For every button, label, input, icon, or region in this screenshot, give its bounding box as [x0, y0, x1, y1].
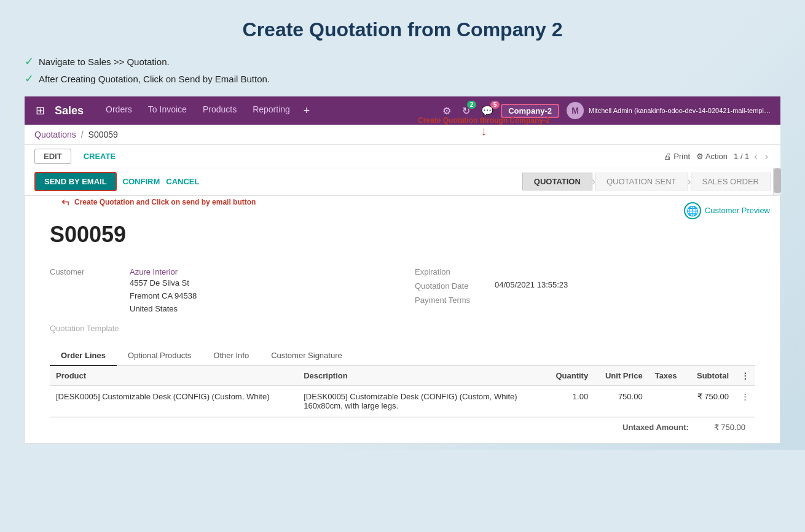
nav-link-products[interactable]: Products — [195, 102, 244, 120]
status-steps: QUOTATION › QUOTATION SENT › SALES ORDER — [522, 173, 771, 190]
status-bar: SEND BY EMAIL CONFIRM CANCEL QUOTATION ›… — [25, 168, 780, 195]
row-description: [DESK0005] Customizable Desk (CONFIG) (C… — [297, 386, 545, 417]
expiration-label: Expiration — [415, 266, 495, 276]
payment-terms-field: Payment Terms — [415, 294, 755, 305]
nav-username: Mitchell Admin (kanakinfo-odoo-dev-14-02… — [589, 107, 773, 114]
breadcrumb-parent[interactable]: Quotations — [34, 130, 76, 139]
nav-link-reporting[interactable]: Reporting — [245, 102, 297, 120]
check-icon-2: ✓ — [25, 72, 34, 85]
check-icon-1: ✓ — [25, 55, 34, 68]
refresh-badge: 2 — [467, 101, 477, 109]
navbar: ⊞ Sales Orders To Invoice Products Repor… — [25, 96, 780, 125]
apps-icon[interactable]: ⊞ — [32, 101, 49, 120]
document-number: S00059 — [50, 222, 755, 248]
tab-optional-products[interactable]: Optional Products — [117, 346, 202, 366]
edit-button[interactable]: EDIT — [34, 149, 71, 164]
nav-plus-icon[interactable]: + — [299, 102, 315, 120]
document-fields: Customer Azure Interior 4557 De Silva St… — [50, 266, 755, 334]
next-page-button[interactable]: › — [763, 151, 771, 162]
untaxed-value: ₹ 750.00 — [696, 423, 745, 432]
order-table: Product Description Quantity Unit Price … — [50, 366, 755, 417]
col-unit-price: Unit Price — [594, 366, 649, 386]
quotation-date-value: 04/05/2021 13:55:23 — [495, 280, 568, 289]
pagination-text: 1 / 1 — [734, 152, 749, 161]
page-title: Create Quotation from Company 2 — [25, 18, 780, 41]
nav-user[interactable]: M Mitchell Admin (kanakinfo-odoo-dev-14-… — [567, 102, 773, 119]
scrollbar-track — [773, 168, 780, 195]
col-subtotal: Subtotal — [686, 366, 735, 386]
row-quantity: 1.00 — [545, 386, 594, 417]
col-product: Product — [50, 366, 297, 386]
step-sales-order[interactable]: SALES ORDER — [691, 173, 771, 190]
step-quotation-sent[interactable]: QUOTATION SENT — [595, 173, 688, 190]
row-taxes — [649, 386, 686, 417]
breadcrumb-separator: / — [81, 130, 84, 139]
action-bar: EDIT CREATE 🖨 Print ⚙ Action 1 / 1 ‹ › — [25, 145, 780, 168]
action-button[interactable]: ⚙ Action — [696, 152, 728, 161]
row-product: [DESK0005] Customizable Desk (CONFIG) (C… — [50, 386, 297, 417]
table-row: [DESK0005] Customizable Desk (CONFIG) (C… — [50, 386, 755, 417]
tab-customer-signature[interactable]: Customer Signature — [260, 346, 353, 366]
col-taxes: Taxes — [649, 366, 686, 386]
document-tabs: Order Lines Optional Products Other Info… — [50, 346, 755, 366]
instruction-2: ✓ After Creating Quotation, Click on Sen… — [25, 72, 780, 85]
quotation-date-field: Quotation Date 04/05/2021 13:55:23 — [415, 280, 755, 291]
customer-label: Customer — [50, 266, 130, 276]
doc-left-fields: Customer Azure Interior 4557 De Silva St… — [50, 266, 390, 334]
confirm-button[interactable]: CONFIRM — [123, 177, 160, 186]
step-quotation[interactable]: QUOTATION — [522, 173, 592, 190]
instructions-list: ✓ Navigate to Sales >> Quotation. ✓ Afte… — [25, 55, 780, 85]
doc-right-fields: Expiration Quotation Date 04/05/2021 13:… — [415, 266, 755, 334]
col-actions-header: ⋮ — [735, 366, 755, 386]
nav-avatar: M — [567, 102, 584, 119]
send-email-button[interactable]: SEND BY EMAIL — [34, 172, 117, 191]
breadcrumb-current: S00059 — [88, 130, 118, 139]
cancel-button[interactable]: CANCEL — [166, 177, 199, 186]
send-email-annotation: Create Quotation and Click on send by em… — [74, 198, 256, 206]
col-description: Description — [297, 366, 545, 386]
customer-preview-label: Customer Preview — [705, 206, 770, 216]
row-unit-price: 750.00 — [594, 386, 649, 417]
globe-icon: 🌐 — [684, 202, 701, 219]
company-annotation: Create Quotation through Company-2 — [418, 116, 550, 125]
chat-badge: 5 — [490, 101, 500, 109]
customer-field: Customer Azure Interior 4557 De Silva St… — [50, 266, 390, 315]
document-wrapper: 🌐 Customer Preview S00059 Customer Azure… — [25, 195, 780, 444]
untaxed-label: Untaxed Amount: — [622, 423, 696, 432]
create-button[interactable]: CREATE — [77, 149, 122, 163]
scrollbar-thumb[interactable] — [774, 168, 781, 193]
quotation-date-label: Quotation Date — [415, 280, 495, 291]
customer-address: 4557 De Silva StFremont CA 94538United S… — [130, 277, 197, 315]
customer-preview-button[interactable]: 🌐 Customer Preview — [684, 202, 770, 219]
customer-name[interactable]: Azure Interior — [130, 267, 178, 276]
tab-other-info[interactable]: Other Info — [202, 346, 260, 366]
nav-link-invoice[interactable]: To Invoice — [141, 102, 194, 120]
nav-brand: Sales — [55, 104, 84, 117]
instruction-1: ✓ Navigate to Sales >> Quotation. — [25, 55, 780, 68]
nav-links: Orders To Invoice Products Reporting + — [98, 102, 439, 120]
prev-page-button[interactable]: ‹ — [752, 151, 760, 162]
breadcrumb-bar: Quotations / S00059 — [25, 125, 780, 145]
document-body: S00059 Customer Azure Interior 4557 De S… — [25, 203, 780, 443]
expiration-field: Expiration — [415, 266, 755, 276]
print-button[interactable]: 🖨 Print — [664, 152, 690, 161]
totals-row: Untaxed Amount: ₹ 750.00 — [50, 417, 755, 437]
row-subtotal: ₹ 750.00 — [686, 386, 735, 417]
pagination: 1 / 1 ‹ › — [734, 151, 771, 162]
tab-order-lines[interactable]: Order Lines — [50, 346, 117, 366]
nav-link-orders[interactable]: Orders — [98, 102, 139, 120]
col-quantity: Quantity — [545, 366, 594, 386]
row-menu-icon[interactable]: ⋮ — [735, 386, 755, 417]
quotation-template-label: Quotation Template — [50, 324, 119, 333]
payment-terms-label: Payment Terms — [415, 294, 495, 305]
